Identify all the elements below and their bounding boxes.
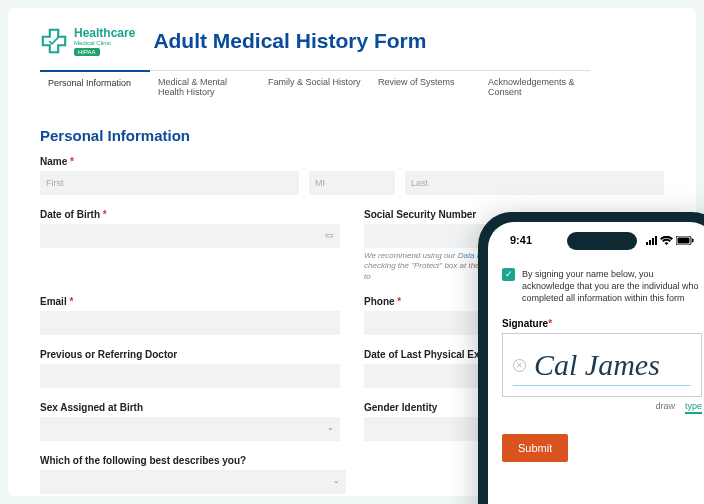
sex-label: Sex Assigned at Birth	[40, 402, 340, 413]
wifi-icon	[660, 236, 673, 245]
tab-family-social[interactable]: Family & Social History	[260, 70, 370, 105]
tab-bar: Personal Information Medical & Mental He…	[40, 70, 664, 105]
dob-label: Date of Birth *	[40, 209, 340, 220]
clear-signature-icon[interactable]: ✕	[513, 359, 526, 372]
signature-value: Cal James	[534, 348, 660, 382]
sex-select[interactable]	[40, 417, 340, 441]
name-label: Name *	[40, 156, 664, 167]
sig-mode-type[interactable]: type	[685, 401, 702, 414]
phone-notch	[567, 232, 637, 250]
battery-icon	[676, 236, 694, 245]
section-title: Personal Information	[40, 127, 664, 144]
signature-label: Signature*	[502, 318, 702, 329]
ack-checkbox[interactable]: ✓	[502, 268, 515, 281]
brand-pill: HIPAA	[74, 48, 100, 56]
signature-box[interactable]: ✕ Cal James	[502, 333, 702, 397]
calendar-icon: ▭	[325, 230, 334, 240]
phone-time: 9:41	[510, 234, 532, 246]
first-name-input[interactable]	[40, 171, 299, 195]
brand-name: Healthcare	[74, 26, 135, 40]
dob-input[interactable]	[40, 224, 340, 248]
describes-select[interactable]	[40, 470, 346, 494]
prev-doctor-label: Previous or Referring Doctor	[40, 349, 340, 360]
page-title: Adult Medical History Form	[153, 29, 426, 53]
tab-personal-info[interactable]: Personal Information	[40, 70, 150, 105]
svg-rect-2	[692, 238, 694, 242]
phone-mockup: 9:41 ✓ By signing your name below, you a…	[478, 212, 704, 504]
email-label: Email *	[40, 296, 340, 307]
tab-acknowledgements[interactable]: Acknowledgements & Consent	[480, 70, 590, 105]
sig-mode-draw[interactable]: draw	[655, 401, 675, 414]
signal-icon	[646, 236, 657, 245]
email-input[interactable]	[40, 311, 340, 335]
status-icons	[646, 236, 694, 245]
submit-button[interactable]: Submit	[502, 434, 568, 462]
medical-cross-icon	[40, 27, 68, 55]
ack-text: By signing your name below, you acknowle…	[522, 268, 702, 304]
tab-medical-history[interactable]: Medical & Mental Health History	[150, 70, 260, 105]
mi-input[interactable]	[309, 171, 395, 195]
logo: Healthcare Medical Clinic HIPAA	[40, 26, 135, 56]
last-name-input[interactable]	[405, 171, 664, 195]
brand-subtitle: Medical Clinic	[74, 40, 135, 46]
svg-rect-1	[678, 237, 690, 243]
prev-doctor-input[interactable]	[40, 364, 340, 388]
tab-review-systems[interactable]: Review of Systems	[370, 70, 480, 105]
